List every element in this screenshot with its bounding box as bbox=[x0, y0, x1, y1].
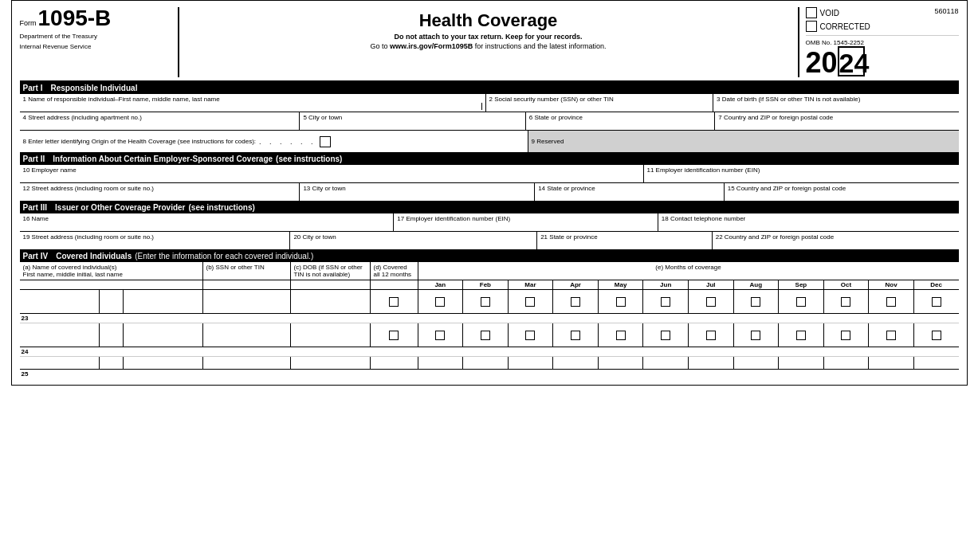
row23-label-row: 23 bbox=[20, 314, 959, 323]
row23-col-b bbox=[203, 290, 291, 313]
row25-col-a-2 bbox=[100, 357, 124, 369]
row24-sep-cb[interactable] bbox=[796, 331, 806, 340]
part2-title: Information About Certain Employer-Spons… bbox=[53, 155, 273, 163]
field-12: 12 Street address (including room or sui… bbox=[20, 183, 300, 201]
row23-may-cb[interactable] bbox=[616, 297, 626, 307]
row24-aug bbox=[734, 323, 780, 347]
row25-jun bbox=[643, 357, 689, 369]
field-17: 17 Employer identification number (EIN) bbox=[394, 213, 658, 231]
row25-col-e bbox=[418, 357, 959, 369]
field-21: 21 State or province bbox=[537, 232, 713, 249]
row23-jan-cb[interactable] bbox=[435, 297, 445, 307]
part4-col-b-header: (b) SSN or other TIN bbox=[203, 262, 291, 280]
row24-oct-cb[interactable] bbox=[841, 331, 850, 340]
row24-dec-cb[interactable] bbox=[932, 331, 941, 340]
month-spacer-c bbox=[291, 280, 371, 289]
row23-feb bbox=[463, 290, 509, 313]
part1-row1: 1 Name of responsible individual–First n… bbox=[20, 94, 959, 112]
row23-apr-cb[interactable] bbox=[571, 297, 580, 307]
month-mar: Mar bbox=[509, 280, 554, 289]
row24-mar-cb[interactable] bbox=[525, 331, 535, 340]
row24-feb-cb[interactable] bbox=[481, 331, 490, 340]
row23-jun-cb[interactable] bbox=[661, 297, 670, 307]
row25-col-c bbox=[291, 357, 371, 369]
corrected-checkbox[interactable] bbox=[806, 21, 817, 32]
row23-may bbox=[599, 290, 644, 313]
part4-col-c-header: (c) DOB (if SSN or other TIN is not avai… bbox=[291, 262, 371, 280]
part1-row3: 8 Enter letter identifying Origin of the… bbox=[20, 131, 959, 153]
field-6: 6 State or province bbox=[526, 112, 716, 130]
row23-jul bbox=[689, 290, 734, 313]
field-8-label: 8 Enter letter identifying Origin of the… bbox=[23, 138, 257, 145]
month-dec: Dec bbox=[914, 280, 959, 289]
row24-may-cb[interactable] bbox=[616, 331, 626, 340]
row23-covered-checkbox[interactable] bbox=[389, 297, 399, 307]
part3-row1: 16 Name 17 Employer identification numbe… bbox=[20, 213, 959, 232]
row25-label-row: 25 bbox=[20, 370, 959, 378]
months-header: Jan Feb Mar Apr May Jun Jul Aug Sep Oct … bbox=[20, 280, 959, 290]
part1-title: Responsible Individual bbox=[51, 84, 138, 92]
part4-row-23 bbox=[20, 290, 959, 314]
row23-aug-cb[interactable] bbox=[751, 297, 760, 307]
row24-jan-cb[interactable] bbox=[435, 331, 445, 340]
field-7: 7 Country and ZIP or foreign postal code bbox=[715, 112, 958, 130]
field-8-checkbox[interactable] bbox=[320, 136, 331, 147]
part4-col-headers: (a) Name of covered individual(s) First … bbox=[20, 262, 959, 280]
row24-jun-cb[interactable] bbox=[661, 331, 670, 340]
field-15: 15 Country and ZIP or foreign postal cod… bbox=[725, 183, 959, 201]
header-left: Form 1095-B Department of the Treasury I… bbox=[20, 7, 179, 77]
row24-mar bbox=[509, 323, 554, 347]
row23-apr bbox=[553, 290, 599, 313]
row24-col-b bbox=[203, 323, 291, 347]
row23-dec-cb[interactable] bbox=[932, 297, 941, 307]
month-feb: Feb bbox=[463, 280, 509, 289]
row24-nov bbox=[869, 323, 914, 347]
form-1095b: 560118 Form 1095-B Department of the Tre… bbox=[11, 0, 968, 386]
tax-year: 2024 bbox=[806, 46, 959, 77]
omb-number: OMB No. 1545-2252 bbox=[806, 39, 959, 46]
month-jun: Jun bbox=[643, 280, 689, 289]
row23-nov bbox=[869, 290, 914, 313]
field-8: 8 Enter letter identifying Origin of the… bbox=[20, 131, 528, 152]
part4-col-e-header: (e) Months of coverage bbox=[418, 262, 959, 280]
row24-covered-checkbox[interactable] bbox=[389, 331, 399, 340]
row23-col-a-1 bbox=[20, 290, 100, 313]
row25-jul bbox=[689, 357, 734, 369]
row24-apr-cb[interactable] bbox=[571, 331, 580, 340]
row23-jul-cb[interactable] bbox=[706, 297, 716, 307]
row23-col-a bbox=[20, 290, 203, 313]
field-5: 5 City or town bbox=[300, 112, 525, 130]
row24-nov-cb[interactable] bbox=[886, 331, 896, 340]
row23-nov-cb[interactable] bbox=[886, 297, 896, 307]
form-header: Form 1095-B Department of the Treasury I… bbox=[20, 7, 959, 82]
form-title: Health Coverage bbox=[195, 10, 782, 31]
month-spacer-a bbox=[20, 280, 203, 289]
month-nov: Nov bbox=[869, 280, 914, 289]
row23-sep-cb[interactable] bbox=[796, 297, 806, 307]
row23-col-a-2 bbox=[100, 290, 124, 313]
row25-oct bbox=[824, 357, 870, 369]
row23-oct-cb[interactable] bbox=[841, 297, 850, 307]
row23-mar bbox=[509, 290, 554, 313]
row23-mar-cb[interactable] bbox=[525, 297, 535, 307]
corrected-row: CORRECTED bbox=[806, 21, 959, 32]
field-14: 14 State or province bbox=[535, 183, 725, 201]
void-checkbox[interactable] bbox=[806, 7, 817, 18]
row25-col-a-3 bbox=[124, 357, 202, 369]
row24-aug-cb[interactable] bbox=[751, 331, 760, 340]
row25-may bbox=[599, 357, 644, 369]
row24-dec bbox=[914, 323, 959, 347]
part4-title: Covered Individuals bbox=[56, 252, 132, 260]
header-right: VOID CORRECTED OMB No. 1545-2252 2024 bbox=[799, 7, 959, 77]
row23-dec bbox=[914, 290, 959, 313]
row24-jul bbox=[689, 323, 734, 347]
header-center: Health Coverage Do not attach to your ta… bbox=[179, 7, 799, 77]
row23-feb-cb[interactable] bbox=[481, 297, 490, 307]
field-20: 20 City or town bbox=[290, 232, 537, 249]
row24-jul-cb[interactable] bbox=[706, 331, 716, 340]
row24-apr bbox=[553, 323, 599, 347]
row24-col-a bbox=[20, 323, 203, 347]
part4-header: Part IV Covered Individuals (Enter the i… bbox=[20, 250, 959, 262]
part4-row-24 bbox=[20, 323, 959, 347]
sequence-number: 560118 bbox=[934, 7, 958, 15]
